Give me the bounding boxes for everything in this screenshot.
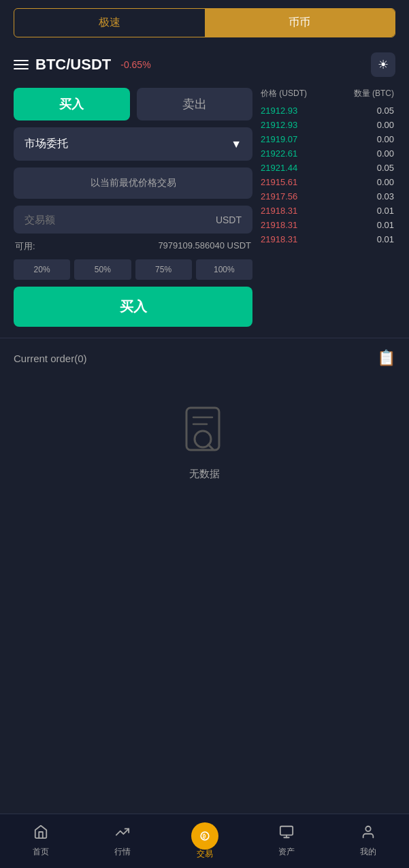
theme-button[interactable]: ☀ — [371, 52, 395, 77]
left-panel: 买入 卖出 市场委托 ▼ 以当前最优价格交易 USDT 可用: 7979109.… — [14, 88, 252, 327]
pct-100-button[interactable]: 100% — [196, 259, 252, 280]
order-price: 21918.31 — [261, 206, 297, 216]
order-qty: 0.00 — [377, 148, 394, 159]
home-icon — [33, 824, 48, 843]
order-book-price-header: 价格 (USDT) — [261, 88, 307, 99]
market-icon — [115, 824, 130, 843]
tab-coin[interactable]: 币币 — [205, 9, 395, 37]
order-book-row: 21919.07 0.00 — [259, 132, 395, 146]
amount-field[interactable] — [24, 214, 216, 225]
svg-rect-0 — [186, 408, 219, 450]
chevron-down-icon: ▼ — [231, 138, 242, 150]
order-book-header: 价格 (USDT) 数量 (BTC) — [259, 88, 395, 99]
pct-50-button[interactable]: 50% — [74, 259, 131, 280]
order-book-row: 21912.93 0.05 — [259, 103, 395, 118]
order-qty: 0.03 — [377, 191, 394, 202]
nav-label-profile: 我的 — [360, 846, 376, 858]
order-book: 价格 (USDT) 数量 (BTC) 21912.93 0.05 21912.9… — [259, 88, 395, 327]
top-tabs: 极速 币币 — [14, 8, 395, 37]
buy-tab[interactable]: 买入 — [14, 88, 130, 120]
svg-point-7 — [365, 826, 370, 831]
order-book-row: 21918.31 0.01 — [259, 218, 395, 232]
order-book-row: 21922.61 0.00 — [259, 146, 395, 161]
nav-item-market[interactable]: 行情 — [82, 824, 163, 858]
action-buy-button[interactable]: 买入 — [14, 287, 252, 327]
amount-unit: USDT — [216, 214, 242, 225]
pair-change: -0.65% — [120, 59, 150, 70]
order-price: 21922.61 — [261, 148, 297, 159]
empty-state: 无数据 — [0, 378, 409, 508]
svg-rect-4 — [280, 826, 293, 835]
order-book-row: 21917.56 0.03 — [259, 189, 395, 204]
nav-label-trade: 交易 — [197, 848, 213, 860]
order-price: 21917.56 — [261, 191, 297, 202]
nav-label-assets: 资产 — [278, 846, 295, 858]
available-balance: 可用: 7979109.586040 USDT — [14, 240, 252, 253]
profile-icon — [361, 824, 376, 843]
pair-title: BTC/USDT — [35, 56, 111, 74]
order-qty: 0.01 — [377, 234, 394, 244]
buy-sell-tabs: 买入 卖出 — [14, 88, 252, 120]
nav-label-home: 首页 — [33, 846, 49, 858]
svg-text:₿: ₿ — [201, 833, 206, 839]
order-price: 21918.31 — [261, 234, 297, 244]
current-orders-section: Current order(0) 📋 — [0, 338, 409, 378]
order-price: 21915.61 — [261, 177, 297, 187]
clipboard-icon[interactable]: 📋 — [377, 349, 395, 367]
order-qty: 0.00 — [377, 120, 394, 130]
bottom-nav: 首页 行情 ₿ 交易 资产 — [0, 814, 409, 868]
order-qty: 0.01 — [377, 206, 394, 216]
price-note: 以当前最优价格交易 — [14, 167, 252, 199]
order-book-row: 21915.61 0.00 — [259, 175, 395, 189]
order-price: 21918.31 — [261, 220, 297, 230]
order-qty: 0.01 — [377, 220, 394, 230]
available-amount: 7979109.586040 USDT — [158, 240, 251, 253]
header: BTC/USDT -0.65% ☀ — [0, 46, 409, 81]
order-book-row: 21921.44 0.05 — [259, 161, 395, 175]
order-book-qty-header: 数量 (BTC) — [354, 88, 394, 99]
empty-text: 无数据 — [189, 468, 220, 481]
order-qty: 0.05 — [377, 163, 394, 173]
order-price: 21919.07 — [261, 134, 297, 144]
main-content: 买入 卖出 市场委托 ▼ 以当前最优价格交易 USDT 可用: 7979109.… — [0, 81, 409, 327]
trade-circle-icon: ₿ — [191, 822, 218, 850]
order-book-row: 21918.31 0.01 — [259, 232, 395, 246]
nav-label-market: 行情 — [114, 846, 131, 858]
empty-document-icon — [181, 405, 229, 460]
nav-item-home[interactable]: 首页 — [0, 824, 82, 858]
order-price: 21921.44 — [261, 163, 297, 173]
market-order-label: 市场委托 — [24, 137, 68, 151]
amount-input-container: USDT — [14, 206, 252, 234]
nav-item-assets[interactable]: 资产 — [246, 824, 327, 858]
order-price: 21912.93 — [261, 120, 297, 130]
pct-75-button[interactable]: 75% — [135, 259, 192, 280]
market-order-dropdown[interactable]: 市场委托 ▼ — [14, 127, 252, 161]
order-book-row: 21912.93 0.00 — [259, 118, 395, 132]
order-book-row: 21918.31 0.01 — [259, 204, 395, 218]
menu-icon[interactable] — [14, 60, 29, 69]
available-label: 可用: — [15, 240, 35, 253]
tab-speed[interactable]: 极速 — [14, 9, 205, 37]
order-price: 21912.93 — [261, 106, 297, 116]
sell-tab[interactable]: 卖出 — [137, 88, 253, 120]
assets-icon — [279, 824, 294, 843]
pct-20-button[interactable]: 20% — [14, 259, 70, 280]
order-book-rows: 21912.93 0.05 21912.93 0.00 21919.07 0.0… — [259, 103, 395, 246]
nav-item-trade[interactable]: ₿ 交易 — [163, 822, 245, 860]
order-qty: 0.00 — [377, 134, 394, 144]
order-qty: 0.00 — [377, 177, 394, 187]
nav-item-profile[interactable]: 我的 — [327, 824, 409, 858]
order-qty: 0.05 — [377, 106, 394, 116]
current-orders-label: Current order(0) — [14, 353, 87, 364]
percentage-row: 20% 50% 75% 100% — [14, 259, 252, 280]
